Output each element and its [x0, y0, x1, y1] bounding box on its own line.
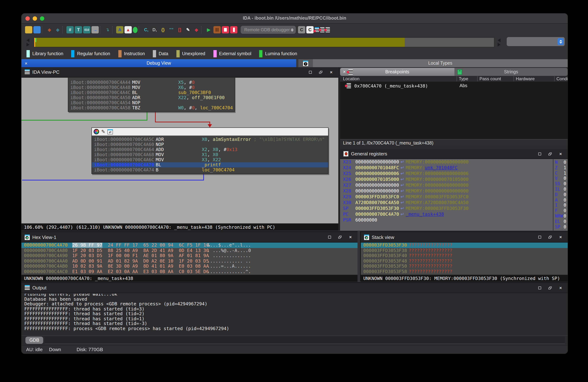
col-pass-count[interactable]: Pass count [480, 76, 501, 81]
disasm-line[interactable]: iBoot:00000000700C4A60NOP [92, 142, 328, 147]
float-panel-icon[interactable] [337, 234, 343, 240]
stack-rows[interactable]: 000003FFD3053F30????????????????000003FF… [361, 243, 568, 275]
tab-local-types[interactable]: Local Types [313, 59, 568, 67]
close-panel-icon[interactable]: × [558, 234, 563, 240]
breakpoint-list-icon[interactable] [315, 27, 319, 32]
disasm-line[interactable]: iBoot:00000000700C4A58TBZW0, #0, loc_700… [68, 105, 234, 110]
disasm-line[interactable]: iBoot:00000000700C4A64ADDX2, X0, #0x13 [92, 147, 328, 152]
disasm-line[interactable]: iBoot:00000000700C4A48MOVX6, #0 [68, 85, 234, 90]
disasm-line[interactable]: iBoot:00000000700C4A44MOVX5, #0 [68, 80, 234, 85]
disasm-line[interactable]: iBoot:00000000700C4A70BL_printf [92, 162, 328, 167]
disasm-line[interactable]: iBoot:00000000700C4A54NOP [68, 100, 234, 105]
save-file-icon[interactable] [33, 26, 41, 33]
maximize-panel-icon[interactable] [307, 69, 313, 75]
graph-node-1[interactable]: iBoot:00000000700C4A44MOVX5, #0iBoot:000… [68, 78, 235, 112]
col-hardware[interactable]: Hardware [516, 76, 535, 81]
close-panel-icon[interactable]: × [558, 285, 563, 291]
disasm-line[interactable]: iBoot:00000000700C4A6CMOVX3, X22 [92, 157, 328, 162]
lumina-icon[interactable] [133, 27, 138, 33]
register-row[interactable]: X270000000000000000 ↵ MEMORY:00000000000… [340, 182, 568, 188]
register-row[interactable]: X250000000000000006 ↵ MEMORY:00000000000… [340, 171, 568, 176]
navband-left-arrows[interactable] [26, 38, 30, 46]
color-wheel-icon[interactable] [94, 129, 99, 134]
gdb-command-input[interactable] [45, 337, 565, 344]
breakpoint-row[interactable]: 0x700C4A70 (_menu_task+438) Abs [340, 83, 568, 89]
disasm-line[interactable]: iBoot:00000000700C4A5CADRX0, a1mSyntaxEr… [92, 137, 328, 142]
maximize-panel-icon[interactable] [537, 234, 542, 240]
jump-icon[interactable]: ↴ [104, 26, 111, 33]
hex-row[interactable]: 00000000700C4A801F 20 03 D5 88 25 40 A9 … [21, 248, 357, 253]
stop-icon[interactable] [222, 26, 229, 33]
register-row[interactable]: X30A720D800700C4A50 ↵ MEMORY:A720D800700… [340, 200, 568, 206]
goto-icon[interactable]: → [91, 26, 99, 33]
register-row[interactable]: X230000000000000000 ↵ MEMORY:00000000000… [340, 159, 568, 165]
close-panel-icon[interactable]: × [558, 151, 563, 156]
float-panel-icon[interactable] [547, 234, 553, 240]
close-panel-icon[interactable]: × [329, 69, 334, 75]
debugger-selector[interactable]: Remote GDB debugger [241, 26, 296, 34]
float-panel-icon[interactable] [318, 69, 323, 75]
disasm-line[interactable]: iBoot:00000000700C4A4CBLsub_700C3BF0 [68, 90, 234, 95]
disassembly-graph[interactable]: iBoot:00000000700C4A44MOVX5, #0iBoot:000… [21, 78, 338, 223]
register-row[interactable]: PC00000000700C4A70 ↵ _menu_task+438 [340, 211, 568, 217]
register-row[interactable]: X260000000070105000 ↵ MEMORY:00000000701… [340, 176, 568, 182]
diamond-icon[interactable]: ◆ [193, 26, 200, 33]
graph-node-2[interactable]: ✎ ⇄ iBoot:00000000700C4A5CADRX0, a1mSynt… [91, 127, 329, 174]
breakpoints-list[interactable]: 0x700C4A70 (_menu_task+438) Abs [340, 82, 568, 139]
navigation-band[interactable] [34, 37, 494, 47]
braces-icon[interactable]: {} [159, 26, 167, 33]
nav-back-icon[interactable]: ◈ [46, 26, 53, 33]
navband-zoom-select[interactable] [507, 37, 565, 46]
col-location[interactable]: Location [343, 76, 359, 81]
register-row[interactable]: X2400000000701048FC ↵ MEMORY:unk_701048F… [340, 165, 568, 171]
maximize-panel-icon[interactable] [327, 234, 332, 240]
disasm-line[interactable]: iBoot:00000000700C4A68MOVX1, X0 [92, 152, 328, 157]
col-type[interactable]: Type [459, 76, 468, 81]
open-file-icon[interactable] [25, 26, 32, 33]
flags-list[interactable]: N0Z1C1V0SS0IL0D0A0I0F0NRW0EL0SP_0 [553, 159, 568, 231]
breakpoint-add-icon[interactable] [320, 27, 324, 32]
register-row[interactable]: X280000000000000000 ↵ MEMORY:00000000000… [340, 188, 568, 194]
hex-view-header[interactable]: ◉ Hex View-1 × [21, 232, 357, 243]
hex-rows[interactable]: 00000000700C4A7026 9B FF 97 24 FF FF 17 … [21, 243, 357, 275]
binary-view-icon[interactable]: 010 [83, 26, 90, 33]
registers-header[interactable]: General registers × [340, 149, 568, 159]
output-log[interactable]: Flushing buffers, please wait...okDataba… [21, 294, 568, 335]
output-header[interactable]: Output × [21, 283, 568, 293]
hex-row[interactable]: 00000000700C4A7026 9B FF 97 24 FF FF 17 … [21, 243, 357, 248]
register-row[interactable]: PSR60000000 [340, 217, 568, 223]
register-row[interactable]: X29000003FFD3053FC0 ↵ MEMORY:000003FFD30… [340, 194, 568, 200]
colors-icon[interactable]: ▲ [125, 26, 132, 33]
tab-strings[interactable]: ” Strings [454, 68, 568, 76]
stack-row[interactable]: 000003FFD3053F30???????????????? [361, 243, 568, 248]
disasm-line[interactable]: iBoot:00000000700C4A50ADRX22, off_700E1F… [68, 95, 234, 100]
step-into-icon[interactable]: C [306, 26, 314, 33]
step-over-icon[interactable]: C [298, 26, 305, 33]
close-icon[interactable]: × [343, 69, 346, 74]
float-panel-icon[interactable] [547, 151, 553, 156]
nav-forward-icon[interactable]: ◈ [54, 26, 61, 33]
close-panel-icon[interactable]: × [348, 234, 353, 240]
text-view-icon[interactable]: T [75, 26, 82, 33]
stack-row[interactable]: 000003FFD3053F58???????????????? [361, 269, 568, 274]
hex-row[interactable]: 00000000700C4AA0AD 0D 00 91 AD 01 82 9A … [21, 258, 357, 264]
stack-row[interactable]: 000003FFD3053F38???????????????? [361, 248, 568, 253]
brackets-icon[interactable]: [] [176, 26, 183, 33]
gdb-tab-button[interactable]: GDB [25, 337, 43, 344]
maximize-panel-icon[interactable] [537, 285, 542, 291]
struct-c-icon[interactable]: C, [143, 26, 150, 33]
stack-view-header[interactable]: ◉ Stack view × [361, 232, 568, 243]
register-row[interactable]: SP000003FFD3053F30 ↵ MEMORY:000003FFD305… [340, 206, 568, 211]
registers-list[interactable]: X230000000000000000 ↵ MEMORY:00000000000… [340, 159, 568, 231]
stack-row[interactable]: 000003FFD3053F48???????????????? [361, 258, 568, 264]
disasm-line[interactable]: iBoot:00000000700C4A74Bloc_700C4704 [92, 167, 328, 172]
detach-icon[interactable] [230, 26, 237, 33]
hex-row[interactable]: 00000000700C4AC0E1 03 09 AA E2 03 0A AA … [21, 269, 357, 274]
quotes-icon[interactable]: ”” [168, 26, 175, 33]
stack-row[interactable]: 000003FFD3053F50???????????????? [361, 264, 568, 269]
pause-icon[interactable] [213, 26, 221, 33]
navband-right-arrows[interactable] [498, 38, 501, 46]
shuffle-graph-icon[interactable]: ⇄ [107, 129, 113, 134]
rename-icon[interactable]: A [116, 26, 124, 33]
tab-breakpoints[interactable]: × Breakpoints [340, 68, 454, 76]
